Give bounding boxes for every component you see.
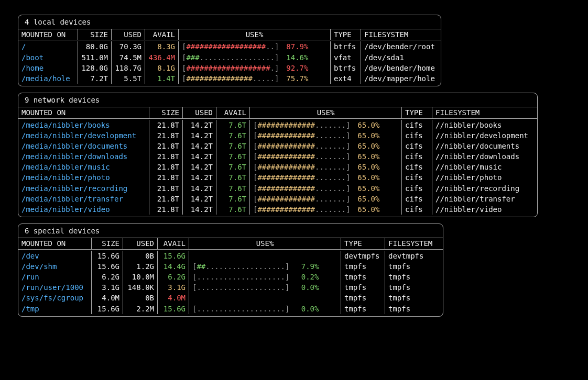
cell-size: 21.8T <box>149 183 183 194</box>
cell-size: 21.8T <box>149 194 183 204</box>
cell-size: 21.8T <box>149 120 183 130</box>
duf-output: 4 local devicesMOUNTED ONSIZEUSEDAVAILUS… <box>18 15 570 323</box>
cell-fs: //nibbler/development <box>432 130 537 141</box>
cell-fs: //nibbler/recording <box>432 183 537 194</box>
col-type: TYPE <box>341 238 385 249</box>
table-row: /home128.0G118.7G8.1G[##################… <box>18 63 441 73</box>
col-avail: AVAIL <box>158 238 189 249</box>
cell-type: btrfs <box>331 63 361 73</box>
cell-used: 14.2T <box>183 151 216 162</box>
table-row: /media/nibbler/downloads21.8T14.2T7.6T[#… <box>18 151 537 162</box>
col-usep: USE% <box>189 238 341 249</box>
cell-mount: /dev/shm <box>18 261 92 272</box>
cell-used: 148.0K <box>123 282 158 293</box>
use-percent-bar: [#############.......]65.0% <box>250 204 402 215</box>
cell-type: devtmpfs <box>341 251 385 261</box>
cell-used: 14.2T <box>183 172 216 183</box>
cell-used: 5.5T <box>112 73 145 84</box>
cell-avail: 436.4M <box>145 52 179 63</box>
cell-fs: tmpfs <box>385 272 443 282</box>
table-row: /media/nibbler/recording21.8T14.2T7.6T[#… <box>18 183 537 194</box>
table-body: /media/nibbler/books21.8T14.2T7.6T[#####… <box>18 119 537 217</box>
col-used: USED <box>123 238 158 249</box>
cell-size: 21.8T <box>149 204 183 215</box>
cell-avail: 15.6G <box>158 251 189 261</box>
table-row: /media/nibbler/photo21.8T14.2T7.6T[#####… <box>18 172 537 183</box>
col-used: USED <box>183 107 216 118</box>
use-percent-bar <box>189 293 341 303</box>
cell-size: 15.6G <box>92 261 123 272</box>
use-percent-bar: [#############.......]65.0% <box>250 162 402 172</box>
cell-used: 14.2T <box>183 162 216 172</box>
col-fs: FILESYSTEM <box>361 29 441 40</box>
cell-avail: 14.4G <box>158 261 189 272</box>
cell-type: btrfs <box>331 41 361 52</box>
cell-used: 70.3G <box>112 41 145 52</box>
cell-type: cifs <box>402 130 432 141</box>
col-size: SIZE <box>92 238 123 249</box>
cell-avail: 7.6T <box>216 172 250 183</box>
use-percent-bar: [###################.]92.7% <box>179 63 331 73</box>
table-row: /boot511.0M74.5M436.4M[###..............… <box>18 52 441 63</box>
table-body: /dev15.6G0B15.6Gdevtmpfsdevtmpfs/dev/shm… <box>18 250 443 316</box>
cell-size: 511.0M <box>78 52 112 63</box>
cell-avail: 15.6G <box>158 304 189 314</box>
use-percent-bar: [....................]0.0% <box>189 282 341 293</box>
cell-fs: tmpfs <box>385 261 443 272</box>
cell-avail: 6.2G <box>158 272 189 282</box>
cell-mount: /boot <box>18 52 78 63</box>
cell-fs: /dev/mapper/hole <box>361 73 441 84</box>
cell-used: 0B <box>123 293 158 303</box>
table-header-row: MOUNTED ONSIZEUSEDAVAILUSE%TYPEFILESYSTE… <box>18 238 443 249</box>
cell-used: 1.2G <box>123 261 158 272</box>
cell-fs: //nibbler/music <box>432 162 537 172</box>
cell-used: 14.2T <box>183 194 216 204</box>
cell-used: 74.5M <box>112 52 145 63</box>
use-percent-bar: [#############.......]65.0% <box>250 141 402 151</box>
cell-mount: /media/nibbler/music <box>18 162 149 172</box>
cell-type: cifs <box>402 204 432 215</box>
cell-avail: 1.4T <box>145 73 179 84</box>
use-percent-bar: [###.................]14.6% <box>179 52 331 63</box>
cell-fs: //nibbler/photo <box>432 172 537 183</box>
col-size: SIZE <box>78 29 112 40</box>
table-row: /run/user/10003.1G148.0K3.1G[...........… <box>18 282 443 293</box>
use-percent-bar: [##..................]7.9% <box>189 261 341 272</box>
cell-size: 21.8T <box>149 151 183 162</box>
use-percent-bar <box>189 251 341 261</box>
cell-size: 4.0M <box>92 293 123 303</box>
cell-fs: tmpfs <box>385 293 443 303</box>
cell-type: ext4 <box>331 73 361 84</box>
cell-type: tmpfs <box>341 261 385 272</box>
cell-type: cifs <box>402 141 432 151</box>
cell-mount: /sys/fs/cgroup <box>18 293 92 303</box>
table-row: /media/nibbler/music21.8T14.2T7.6T[#####… <box>18 162 537 172</box>
col-used: USED <box>112 29 145 40</box>
cell-mount: /media/nibbler/video <box>18 204 149 215</box>
col-mount: MOUNTED ON <box>18 107 149 118</box>
table-row: /run6.2G10.0M6.2G[....................]0… <box>18 272 443 282</box>
col-fs: FILESYSTEM <box>385 238 443 249</box>
use-percent-bar: [#############.......]65.0% <box>250 120 402 130</box>
cell-mount: /dev <box>18 251 92 261</box>
col-mount: MOUNTED ON <box>18 29 78 40</box>
cell-mount: /tmp <box>18 304 92 314</box>
cell-fs: /dev/bender/home <box>361 63 441 73</box>
use-percent-bar: [....................]0.2% <box>189 272 341 282</box>
cell-used: 14.2T <box>183 183 216 194</box>
col-mount: MOUNTED ON <box>18 238 92 249</box>
cell-used: 118.7G <box>112 63 145 73</box>
cell-used: 14.2T <box>183 204 216 215</box>
cell-avail: 8.1G <box>145 63 179 73</box>
use-percent-bar: [....................]0.0% <box>189 304 341 314</box>
cell-type: cifs <box>402 194 432 204</box>
cell-size: 21.8T <box>149 141 183 151</box>
table-row: /80.0G70.3G8.3G[##################..]87.… <box>18 41 441 52</box>
cell-fs: devtmpfs <box>385 251 443 261</box>
cell-type: cifs <box>402 162 432 172</box>
cell-mount: /media/hole <box>18 73 78 84</box>
cell-size: 6.2G <box>92 272 123 282</box>
col-avail: AVAIL <box>145 29 179 40</box>
cell-type: cifs <box>402 151 432 162</box>
cell-fs: //nibbler/downloads <box>432 151 537 162</box>
